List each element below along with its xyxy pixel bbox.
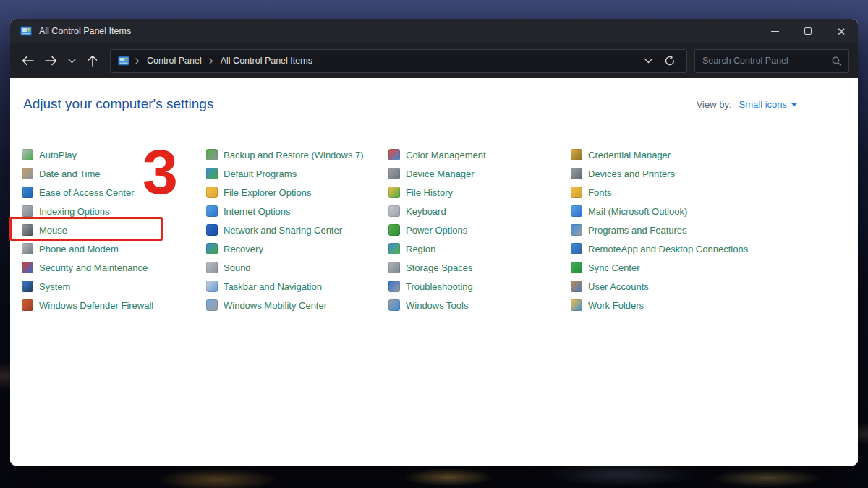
storage-spaces-icon — [388, 262, 400, 273]
control-panel-item-region[interactable]: Region — [388, 239, 571, 258]
item-label: AutoPlay — [39, 150, 77, 160]
breadcrumb-chevron-icon — [209, 58, 213, 64]
breadcrumb-all-control-panel-items[interactable]: All Control Panel Items — [219, 54, 314, 67]
control-panel-item-security-and-maintenance[interactable]: Security and Maintenance — [22, 258, 206, 277]
titlebar: All Control Panel Items ✕ — [10, 19, 858, 43]
close-icon: ✕ — [837, 26, 846, 37]
previous-locations-dropdown[interactable] — [637, 50, 659, 72]
back-button[interactable] — [16, 49, 39, 72]
control-panel-item-indexing-options[interactable]: Indexing Options — [22, 202, 206, 221]
item-label: Storage Spaces — [406, 262, 473, 273]
control-panel-item-date-and-time[interactable]: Date and Time — [22, 164, 206, 183]
item-label: Mouse — [39, 225, 67, 236]
sound-icon — [206, 262, 218, 273]
internet-options-icon — [206, 205, 218, 217]
recent-locations-dropdown[interactable] — [62, 49, 81, 72]
item-label: Phone and Modem — [39, 244, 119, 254]
control-panel-item-user-accounts[interactable]: User Accounts — [571, 277, 858, 296]
item-label: Indexing Options — [39, 206, 110, 217]
control-panel-item-sync-center[interactable]: Sync Center — [571, 258, 858, 277]
user-accounts-icon — [571, 281, 582, 292]
control-panel-item-file-explorer-options[interactable]: File Explorer Options — [206, 183, 388, 202]
indexing-options-icon — [22, 205, 33, 217]
security-and-maintenance-icon — [22, 262, 33, 273]
item-label: Security and Maintenance — [39, 262, 148, 273]
control-panel-item-system[interactable]: System — [22, 277, 206, 296]
windows-mobility-center-icon — [206, 299, 218, 311]
default-programs-icon — [206, 168, 218, 179]
item-label: Windows Mobility Center — [224, 300, 327, 311]
item-label: Mail (Microsoft Outlook) — [588, 206, 687, 217]
item-label: Recovery — [224, 244, 263, 254]
item-label: File Explorer Options — [224, 187, 311, 198]
control-panel-item-backup-and-restore-windows-7[interactable]: Backup and Restore (Windows 7) — [206, 145, 388, 164]
control-panel-item-phone-and-modem[interactable]: Phone and Modem — [22, 239, 206, 258]
item-label: Backup and Restore (Windows 7) — [224, 150, 364, 160]
windows-tools-icon — [388, 299, 400, 311]
taskbar-and-navigation-icon — [206, 281, 218, 292]
control-panel-item-ease-of-access-center[interactable]: Ease of Access Center — [22, 183, 206, 202]
control-panel-item-mouse[interactable]: Mouse — [22, 221, 206, 239]
item-label: Ease of Access Center — [39, 187, 135, 198]
item-label: Windows Defender Firewall — [39, 300, 153, 311]
control-panel-item-keyboard[interactable]: Keyboard — [388, 202, 571, 221]
item-label: System — [39, 281, 70, 292]
control-panel-item-taskbar-and-navigation[interactable]: Taskbar and Navigation — [206, 277, 388, 296]
control-panel-item-autoplay[interactable]: AutoPlay — [22, 145, 206, 164]
item-label: Windows Tools — [406, 300, 468, 311]
work-folders-icon — [571, 299, 582, 311]
control-panel-item-device-manager[interactable]: Device Manager — [388, 164, 571, 183]
item-label: Network and Sharing Center — [224, 225, 342, 236]
recovery-icon — [206, 243, 218, 254]
search-box[interactable] — [694, 49, 849, 73]
control-panel-item-credential-manager[interactable]: Credential Manager — [571, 145, 858, 164]
item-label: Default Programs — [224, 168, 297, 179]
control-panel-item-mail-microsoft-outlook[interactable]: Mail (Microsoft Outlook) — [571, 202, 858, 221]
item-label: Sound — [224, 262, 251, 273]
search-input[interactable] — [702, 56, 832, 66]
minimize-button[interactable] — [758, 19, 791, 43]
items-column-2: Backup and Restore (Windows 7)Default Pr… — [206, 145, 388, 314]
control-panel-item-windows-mobility-center[interactable]: Windows Mobility Center — [206, 296, 388, 314]
forward-button[interactable] — [39, 49, 62, 72]
minimize-icon — [771, 31, 779, 32]
item-label: File History — [406, 187, 453, 198]
control-panel-item-sound[interactable]: Sound — [206, 258, 388, 277]
maximize-button[interactable] — [791, 19, 825, 43]
control-panel-item-storage-spaces[interactable]: Storage Spaces — [388, 258, 571, 277]
content-area: Adjust your computer's settings View by:… — [10, 78, 858, 466]
control-panel-item-file-history[interactable]: File History — [388, 183, 571, 202]
control-panel-item-programs-and-features[interactable]: Programs and Features — [571, 221, 858, 239]
control-panel-item-windows-defender-firewall[interactable]: Windows Defender Firewall — [22, 296, 206, 314]
item-label: User Accounts — [588, 281, 649, 292]
control-panel-item-recovery[interactable]: Recovery — [206, 239, 388, 258]
chevron-down-icon — [68, 59, 76, 64]
control-panel-item-internet-options[interactable]: Internet Options — [206, 202, 388, 221]
windows-defender-firewall-icon — [22, 299, 33, 311]
control-panel-items-grid: AutoPlayDate and TimeEase of Access Cent… — [10, 145, 858, 314]
control-panel-item-work-folders[interactable]: Work Folders — [571, 296, 858, 314]
up-arrow-icon — [88, 55, 98, 67]
phone-and-modem-icon — [22, 243, 33, 254]
control-panel-item-windows-tools[interactable]: Windows Tools — [388, 296, 571, 314]
devices-and-printers-icon — [571, 168, 582, 179]
network-and-sharing-center-icon — [206, 224, 218, 236]
control-panel-item-troubleshooting[interactable]: Troubleshooting — [388, 277, 571, 296]
refresh-button[interactable] — [659, 50, 681, 72]
control-panel-item-fonts[interactable]: Fonts — [571, 183, 858, 202]
item-label: Fonts — [588, 187, 612, 198]
file-history-icon — [388, 187, 400, 198]
control-panel-item-devices-and-printers[interactable]: Devices and Printers — [571, 164, 858, 183]
control-panel-item-default-programs[interactable]: Default Programs — [206, 164, 388, 183]
item-label: Date and Time — [39, 168, 101, 179]
close-button[interactable]: ✕ — [825, 19, 858, 43]
address-bar[interactable]: Control Panel All Control Panel Items — [110, 49, 687, 73]
control-panel-item-remoteapp-and-desktop-connections[interactable]: RemoteApp and Desktop Connections — [571, 239, 858, 258]
control-panel-item-network-and-sharing-center[interactable]: Network and Sharing Center — [206, 221, 388, 239]
region-icon — [388, 243, 400, 254]
control-panel-item-power-options[interactable]: Power Options — [388, 221, 571, 239]
up-button[interactable] — [81, 49, 104, 72]
view-by-dropdown[interactable]: Small icons — [739, 99, 797, 110]
breadcrumb-control-panel[interactable]: Control Panel — [145, 54, 203, 67]
control-panel-item-color-management[interactable]: Color Management — [388, 145, 571, 164]
